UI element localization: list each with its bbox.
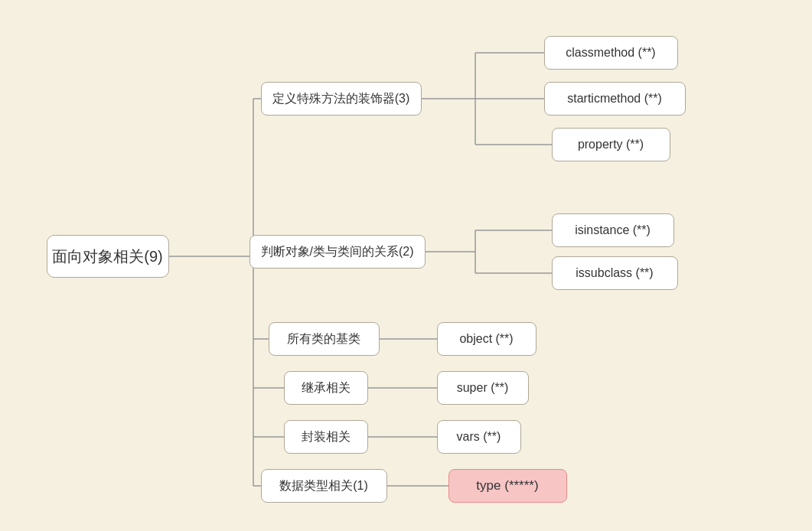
node-staticmethod: starticmethod (**) <box>544 82 686 116</box>
node-base-class-label: 所有类的基类 <box>287 331 360 347</box>
node-datatype-label: 数据类型相关(1) <box>279 478 368 494</box>
node-decorators-label: 定义特殊方法的装饰器(3) <box>272 91 410 107</box>
node-vars: vars (**) <box>437 420 521 454</box>
node-object-label: object (**) <box>459 332 513 346</box>
node-classmethod-label: classmethod (**) <box>566 46 655 60</box>
node-base-class: 所有类的基类 <box>269 322 380 356</box>
node-isinstance-label: isinstance (**) <box>575 223 651 237</box>
root-node: 面向对象相关(9) <box>47 235 169 278</box>
node-property-label: property (**) <box>578 138 644 151</box>
node-type: type (*****) <box>448 469 567 503</box>
node-super: super (**) <box>437 371 529 405</box>
node-relationship-label: 判断对象/类与类间的关系(2) <box>261 244 414 260</box>
node-super-label: super (**) <box>457 381 509 395</box>
node-issubclass: issubclass (**) <box>552 256 678 290</box>
node-encapsulation: 封装相关 <box>284 420 368 454</box>
node-decorators: 定义特殊方法的装饰器(3) <box>261 82 422 116</box>
node-vars-label: vars (**) <box>457 430 501 444</box>
node-relationship: 判断对象/类与类间的关系(2) <box>249 235 426 269</box>
node-inheritance: 继承相关 <box>284 371 368 405</box>
node-object: object (**) <box>437 322 536 356</box>
node-datatype: 数据类型相关(1) <box>261 469 387 503</box>
mind-map: 面向对象相关(9) 定义特殊方法的装饰器(3) 判断对象/类与类间的关系(2) … <box>24 13 789 518</box>
node-property: property (**) <box>552 128 670 161</box>
node-issubclass-label: issubclass (**) <box>576 266 653 280</box>
node-isinstance: isinstance (**) <box>552 213 674 247</box>
node-encapsulation-label: 封装相关 <box>302 429 351 445</box>
root-label: 面向对象相关(9) <box>52 246 162 267</box>
node-inheritance-label: 继承相关 <box>302 380 351 396</box>
node-classmethod: classmethod (**) <box>544 36 678 70</box>
node-type-label: type (*****) <box>476 478 538 494</box>
node-staticmethod-label: starticmethod (**) <box>567 92 662 106</box>
